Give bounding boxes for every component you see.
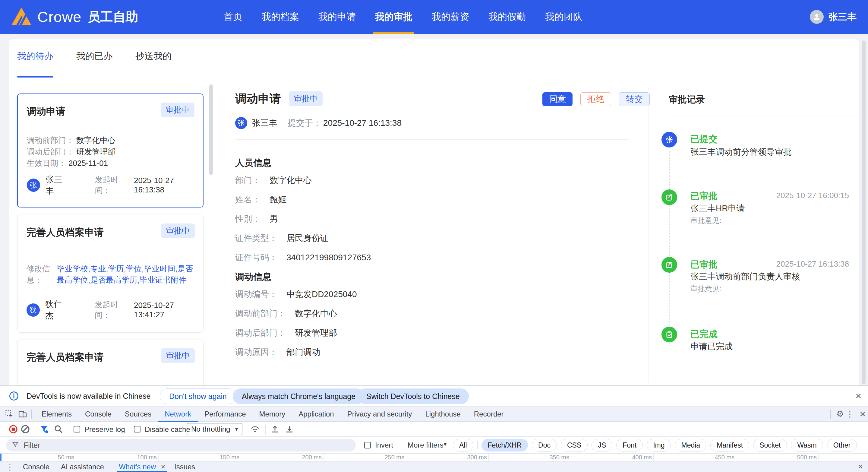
card-footer: 张 张三丰 发起时间： 2025-10-27 16:13:38	[27, 174, 203, 197]
nav-item-my-archive[interactable]: 我的档案	[260, 0, 300, 34]
nav-item-my-attendance[interactable]: 我的假勤	[487, 0, 527, 34]
drawer-tab-whats-new[interactable]: What's new ×	[117, 462, 167, 472]
drawer-kebab-icon[interactable]: ⋮	[6, 463, 14, 472]
settings-gear-icon[interactable]: ⚙	[836, 409, 844, 419]
user-menu[interactable]: 张三丰	[810, 0, 857, 34]
nav-item-home[interactable]: 首页	[222, 0, 244, 34]
preserve-log-checkbox[interactable]	[73, 426, 80, 433]
chip-js[interactable]: JS	[592, 439, 612, 451]
timeline-opinion-label: 审批意见:	[690, 216, 721, 225]
devtools-tab-sources[interactable]: Sources	[118, 407, 158, 422]
ruler-tick: 250 ms	[384, 454, 404, 461]
ruler-tick: 200 ms	[302, 454, 322, 461]
tab-my-todo[interactable]: 我的待办	[17, 50, 53, 78]
nav-item-my-applications[interactable]: 我的申请	[317, 0, 357, 34]
timeline-desc: 张三丰调动前部门负责人审核	[690, 271, 800, 282]
initiator-name: 狄仁杰	[45, 299, 69, 322]
drawer-close-icon[interactable]: ×	[858, 462, 863, 471]
todo-card-archive-2[interactable]: 完善人员档案申请 审批中	[17, 340, 204, 385]
invert-checkbox[interactable]	[364, 442, 371, 448]
devtools-tab-lighthouse[interactable]: Lighthouse	[418, 407, 467, 422]
row-value: 研发管理部	[295, 327, 337, 339]
devtools-close-icon[interactable]: ×	[860, 409, 866, 419]
chip-img[interactable]: Img	[647, 439, 671, 451]
disable-cache-label[interactable]: Disable cache	[145, 425, 190, 434]
devtools-tab-console[interactable]: Console	[79, 407, 118, 422]
match-language-button[interactable]: Always match Chrome's language	[233, 388, 365, 404]
chip-fetch-xhr[interactable]: Fetch/XHR	[482, 439, 528, 451]
chip-wasm[interactable]: Wasm	[791, 439, 823, 451]
reject-button[interactable]: 拒绝	[580, 92, 611, 106]
record-network-log-icon[interactable]	[8, 424, 18, 435]
detail-actions: 同意 拒绝 转交	[542, 92, 650, 106]
devtools-tab-performance[interactable]: Performance	[198, 407, 252, 422]
inspect-element-icon[interactable]	[5, 410, 14, 420]
devtools-tab-elements[interactable]: Elements	[35, 407, 79, 422]
nav-item-my-team[interactable]: 我的团队	[544, 0, 584, 34]
more-options-kebab-icon[interactable]: ⋮	[846, 409, 854, 419]
todo-card-archive-1[interactable]: 完善人员档案申请 审批中 修改信息： 毕业学校,专业,学历,学位,毕业时间,是否…	[17, 215, 204, 333]
preserve-log-label[interactable]: Preserve log	[85, 425, 125, 434]
filter-funnel-small-icon	[11, 441, 19, 450]
todo-card-transfer[interactable]: 调动申请 审批中 调动前部门：数字化中心 调动后部门：研发管理部 生效日期：20…	[17, 93, 204, 207]
approval-log-title: 审批记录	[669, 93, 705, 106]
devtools-tab-privacy[interactable]: Privacy and security	[341, 407, 419, 422]
switch-to-chinese-button[interactable]: Switch DevTools to Chinese	[357, 388, 469, 404]
chip-media[interactable]: Media	[675, 439, 706, 451]
devtools-tab-memory[interactable]: Memory	[253, 407, 292, 422]
tab-close-icon[interactable]: ×	[161, 462, 165, 472]
user-name: 张三丰	[829, 10, 857, 23]
export-har-icon[interactable]	[285, 424, 294, 435]
tab-my-done[interactable]: 我的已办	[76, 50, 113, 78]
throttling-select[interactable]: No throttling ▾	[187, 423, 242, 435]
filter-input-wrap	[6, 439, 356, 451]
middle-right-divider	[648, 87, 649, 383]
chip-css[interactable]: CSS	[561, 439, 588, 451]
dont-show-again-button[interactable]: Don't show again	[160, 388, 236, 404]
list-scrollbar[interactable]	[209, 84, 213, 175]
import-har-icon[interactable]	[270, 424, 280, 435]
toolbar-divider	[31, 410, 32, 419]
page-scrollbar[interactable]	[862, 40, 866, 384]
network-timeline-ruler: 50 ms 100 ms 150 ms 200 ms 250 ms 300 ms…	[0, 453, 868, 461]
drawer-tab-ai-assistance[interactable]: AI assistance	[59, 462, 106, 472]
chip-font[interactable]: Font	[616, 439, 643, 451]
drawer-tab-console[interactable]: Console	[21, 462, 51, 472]
chip-socket[interactable]: Socket	[753, 439, 787, 451]
device-toolbar-icon[interactable]	[18, 410, 27, 420]
search-icon[interactable]	[54, 424, 63, 435]
drawer-tab-label: What's new	[119, 462, 156, 472]
devtools-tab-application[interactable]: Application	[292, 407, 340, 422]
filter-funnel-icon[interactable]	[39, 424, 49, 435]
approve-button[interactable]: 同意	[542, 92, 572, 106]
chip-doc[interactable]: Doc	[532, 439, 557, 451]
start-time: 2025-10-27 16:13:38	[134, 176, 203, 195]
chevron-down-icon[interactable]: ▾	[444, 441, 446, 448]
card-title: 完善人员档案申请	[27, 351, 104, 364]
tab-cc-me[interactable]: 抄送我的	[135, 50, 172, 78]
toolbar-divider	[400, 441, 400, 450]
filter-input[interactable]	[24, 441, 325, 450]
clear-network-log-icon[interactable]	[21, 424, 30, 435]
transfer-button[interactable]: 转交	[619, 92, 650, 106]
chip-other[interactable]: Other	[827, 439, 857, 451]
chip-all[interactable]: All	[453, 439, 473, 451]
row-label: 调动编号：	[235, 288, 277, 300]
devtools-tab-recorder[interactable]: Recorder	[467, 407, 510, 422]
detail-divider	[235, 139, 629, 140]
screen: Crowe 员工自助 首页 我的档案 我的申请 我的审批 我的薪资 我的假勤 我…	[0, 0, 868, 472]
more-filters-button[interactable]: More filters	[408, 441, 443, 449]
invert-label[interactable]: Invert	[375, 441, 393, 449]
network-toolbar: Preserve log Disable cache No throttling…	[0, 422, 868, 437]
drawer-tab-issues[interactable]: Issues	[173, 462, 197, 472]
nav-item-my-salary[interactable]: 我的薪资	[431, 0, 470, 34]
devtools-tab-network[interactable]: Network	[158, 407, 198, 422]
disable-cache-checkbox[interactable]	[134, 426, 141, 433]
chip-manifest[interactable]: Manifest	[710, 439, 749, 451]
nav-item-my-approvals[interactable]: 我的审批	[374, 0, 414, 34]
network-conditions-icon[interactable]	[250, 424, 260, 435]
row-value: 甄姬	[270, 194, 286, 206]
network-filterbar: Invert More filters ▾ All Fetch/XHR Doc …	[0, 437, 868, 453]
modify-value-link[interactable]: 毕业学校,专业,学历,学位,毕业时间,是否最高学位,是否最高学历,毕业证书附件	[57, 263, 195, 286]
infobar-close-icon[interactable]: ×	[855, 390, 861, 401]
